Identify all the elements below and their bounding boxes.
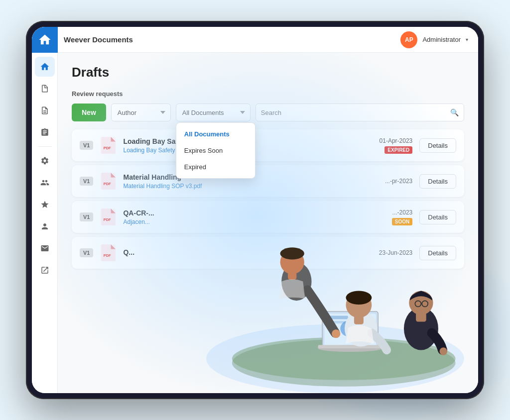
home-icon [40, 62, 50, 72]
gear-icon [40, 156, 49, 165]
expiry-dropdown-menu: All Documents Expires Soon Expired [176, 122, 255, 179]
person-icon [40, 222, 49, 231]
sidebar-item-docs1[interactable] [35, 79, 55, 99]
sidebar-item-export[interactable] [35, 260, 55, 280]
top-bar: Weever Documents AP Administrator ▾ [32, 27, 478, 53]
tablet-frame: Weever Documents AP Administrator ▾ [26, 21, 484, 399]
dropdown-item-expires-soon[interactable]: Expires Soon [176, 142, 255, 159]
content-area: Drafts Review requests New Author All Do… [58, 53, 478, 393]
admin-label: Administrator [422, 36, 461, 43]
document-icon [40, 84, 49, 93]
tablet-screen: Weever Documents AP Administrator ▾ [32, 27, 478, 393]
mail-icon [40, 244, 49, 253]
sidebar-item-profile[interactable] [35, 216, 55, 236]
dropdown-item-all[interactable]: All Documents [176, 126, 255, 142]
app-logo [32, 27, 58, 53]
top-bar-right: AP Administrator ▾ [400, 31, 468, 48]
file-icon [40, 106, 49, 115]
sidebar [32, 53, 58, 393]
sidebar-item-settings[interactable] [35, 151, 55, 171]
sidebar-item-starred[interactable] [35, 195, 55, 214]
export-icon [40, 266, 49, 275]
star-icon [40, 200, 49, 209]
sidebar-item-users[interactable] [35, 173, 55, 193]
avatar[interactable]: AP [400, 31, 417, 48]
chevron-down-icon[interactable]: ▾ [466, 37, 468, 42]
sidebar-divider [38, 146, 52, 147]
top-bar-left: Weever Documents [32, 27, 133, 53]
sidebar-item-docs2[interactable] [35, 101, 55, 120]
dropdown-item-expired[interactable]: Expired [176, 159, 255, 175]
main-layout: Drafts Review requests New Author All Do… [32, 53, 478, 393]
device-wrapper: Weever Documents AP Administrator ▾ [26, 21, 484, 399]
sidebar-item-home[interactable] [35, 57, 55, 77]
users-icon [40, 178, 49, 187]
sidebar-item-docs3[interactable] [35, 122, 55, 142]
sidebar-item-mail[interactable] [35, 238, 55, 258]
glow-background [58, 53, 478, 393]
app-title: Weever Documents [64, 35, 133, 44]
clipboard-icon [40, 128, 49, 137]
logo-icon [38, 33, 52, 47]
